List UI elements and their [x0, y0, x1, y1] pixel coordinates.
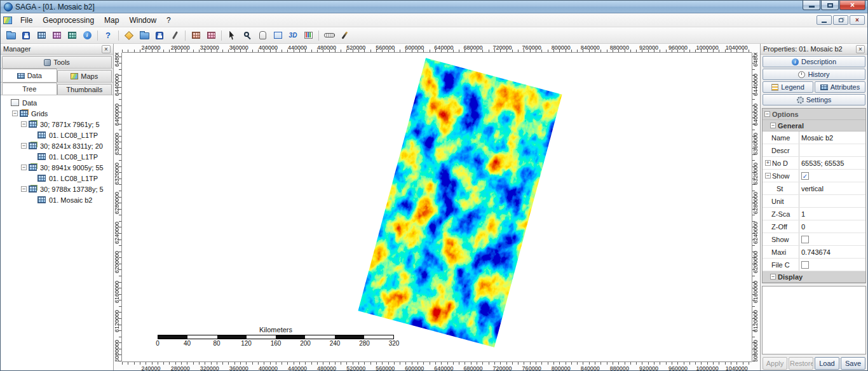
property-row-show[interactable]: −Show✓	[763, 170, 865, 182]
tab-data[interactable]: Data	[2, 69, 57, 82]
maximize-button[interactable]	[821, 1, 839, 10]
properties-tab-settings[interactable]: Settings	[763, 94, 865, 105]
minimize-button[interactable]	[803, 1, 820, 10]
toolbar-save-tool-button[interactable]	[152, 29, 167, 43]
map-canvas[interactable]: Kilometers 04080120160200240280320	[122, 53, 752, 361]
tree-item-01-lc08-l1tp[interactable]: 01. LC08_L1TP	[1, 151, 113, 162]
property-row-z-off[interactable]: Z-Off0	[763, 220, 865, 233]
row-expander-icon[interactable]: −	[765, 173, 771, 179]
property-row-unit[interactable]: Unit	[763, 195, 865, 208]
tab-tree[interactable]: Tree	[2, 83, 57, 95]
property-row-file-c[interactable]: File C	[763, 259, 865, 271]
properties-tab-legend[interactable]: Legend	[763, 81, 813, 93]
property-value[interactable]	[799, 195, 865, 207]
property-group-display[interactable]: −Display	[763, 271, 865, 283]
tree-item-01-lc08-l1tp[interactable]: 01. LC08_L1TP	[1, 130, 113, 140]
toolbar-run-tool-button[interactable]	[121, 29, 137, 43]
tree-expander-icon[interactable]: −	[21, 186, 27, 192]
tree-expander-icon[interactable]: −	[21, 165, 27, 170]
toolbar-digitize-button[interactable]	[337, 29, 352, 43]
tree-item-30-9788x-13738y-5[interactable]: −30; 9788x 13738y; 5	[1, 184, 113, 194]
menu-item-window[interactable]: Window	[124, 14, 161, 27]
tab-thumbnails[interactable]: Thumbnails	[57, 84, 112, 95]
group-expander-icon[interactable]: −	[764, 111, 770, 117]
toolbar-copy-data-button[interactable]	[64, 29, 79, 43]
toolbar-view-3d-button[interactable]: 3D	[285, 29, 301, 43]
menu-item-file[interactable]: File	[15, 14, 37, 27]
manager-close-icon[interactable]: ×	[102, 45, 111, 53]
group-expander-icon[interactable]: −	[770, 274, 776, 280]
tree-item-30-8941x-9005y-55[interactable]: −30; 8941x 9005y; 55	[1, 162, 113, 173]
tree-item-30-7871x-7961y-5[interactable]: −30; 7871x 7961y; 5	[1, 119, 113, 130]
menu-item-map[interactable]: Map	[99, 14, 124, 27]
toolbar-save-file-button[interactable]	[18, 29, 34, 43]
tree-expander-icon[interactable]: −	[21, 143, 27, 149]
property-row-st[interactable]: Stvertical	[763, 182, 865, 195]
zoom-tool-icon	[244, 32, 249, 37]
child-restore-button[interactable]	[833, 15, 848, 25]
tree-item-01-mosaic-b2[interactable]: 01. Mosaic b2	[1, 194, 113, 205]
toolbar-load-project-button[interactable]	[34, 29, 49, 43]
tree-expander-icon[interactable]: −	[12, 111, 18, 116]
property-value[interactable]	[799, 233, 865, 245]
checkbox-unchecked[interactable]	[801, 236, 809, 243]
tree-item-data[interactable]: Data	[1, 97, 113, 108]
save-file-icon	[22, 32, 30, 39]
property-value[interactable]: 0.743674	[799, 246, 865, 258]
property-row-z-sca[interactable]: Z-Sca1	[763, 208, 865, 220]
x-tick-label: 320000	[200, 44, 219, 51]
toolbar-save-project-button[interactable]	[49, 29, 64, 43]
property-value[interactable]: Mosaic b2	[799, 132, 865, 144]
menu-item-help[interactable]: ?	[161, 14, 176, 27]
properties-tab-attributes[interactable]: Attributes	[815, 81, 865, 93]
tree-item-grids[interactable]: −Grids	[1, 108, 113, 119]
checkbox-checked[interactable]: ✓	[801, 172, 809, 180]
property-group-general[interactable]: −General	[763, 120, 865, 132]
toolbar-open-file-button[interactable]	[3, 29, 18, 43]
toolbar-zoom-tool-button[interactable]	[240, 29, 255, 43]
x-tick-label: 1000000	[696, 44, 719, 51]
properties-close-icon[interactable]: ×	[856, 45, 865, 53]
property-value[interactable]: 1	[799, 208, 865, 220]
property-value[interactable]: ✓	[799, 170, 865, 182]
property-row-show[interactable]: Show	[763, 233, 865, 246]
toolbar-open-tool-button[interactable]	[137, 29, 152, 43]
property-value[interactable]: 0	[799, 220, 865, 233]
toolbar-help-button[interactable]: ?	[100, 29, 116, 43]
y-tick-label: 6440000	[752, 74, 760, 96]
property-group-options[interactable]: −Options	[763, 109, 865, 120]
toolbar-show-table-button[interactable]	[203, 29, 219, 43]
load-button[interactable]: Load	[815, 357, 839, 370]
save-button[interactable]: Save	[841, 357, 865, 370]
toolbar-show-properties-button[interactable]: i	[79, 29, 95, 43]
property-value[interactable]: vertical	[799, 182, 865, 194]
tree-item-01-lc08-l1tp[interactable]: 01. LC08_L1TP	[1, 173, 113, 184]
checkbox-unchecked[interactable]	[801, 261, 809, 269]
property-row-maxi[interactable]: Maxi0.743674	[763, 246, 865, 259]
property-row-no-d[interactable]: +No D65535; 65535	[763, 157, 865, 170]
toolbar-zoom-full-extent-button[interactable]	[270, 29, 285, 43]
toolbar-select-pointer-button[interactable]	[224, 29, 240, 43]
tab-tools[interactable]: Tools	[2, 56, 112, 68]
property-value[interactable]	[799, 144, 865, 156]
toolbar-add-table-button[interactable]	[188, 29, 203, 43]
toolbar-pan-tool-button[interactable]	[255, 29, 270, 43]
property-value[interactable]	[799, 259, 865, 271]
properties-tab-description[interactable]: iDescription	[763, 56, 865, 67]
child-close-button[interactable]: ×	[850, 15, 865, 25]
tree-expander-icon[interactable]: −	[21, 121, 27, 127]
child-minimize-button[interactable]	[817, 15, 832, 25]
group-expander-icon[interactable]: −	[770, 123, 776, 128]
toolbar-measure-distance-button[interactable]	[322, 29, 337, 43]
property-row-name[interactable]: NameMosaic b2	[763, 132, 865, 144]
row-expander-icon[interactable]: +	[765, 160, 771, 166]
tree-item-30-8241x-8311y-20[interactable]: −30; 8241x 8311y; 20	[1, 140, 113, 151]
property-row-descr[interactable]: Descr	[763, 144, 865, 157]
close-button[interactable]: ×	[839, 1, 865, 10]
properties-tab-history[interactable]: History	[763, 69, 865, 80]
property-value[interactable]: 65535; 65535	[799, 157, 865, 169]
toolbar-new-map-view-button[interactable]	[301, 29, 316, 43]
toolbar-stop-tool-button[interactable]	[167, 29, 182, 43]
menu-item-geoprocessing[interactable]: Geoprocessing	[37, 14, 99, 27]
tab-maps[interactable]: Maps	[57, 70, 112, 82]
